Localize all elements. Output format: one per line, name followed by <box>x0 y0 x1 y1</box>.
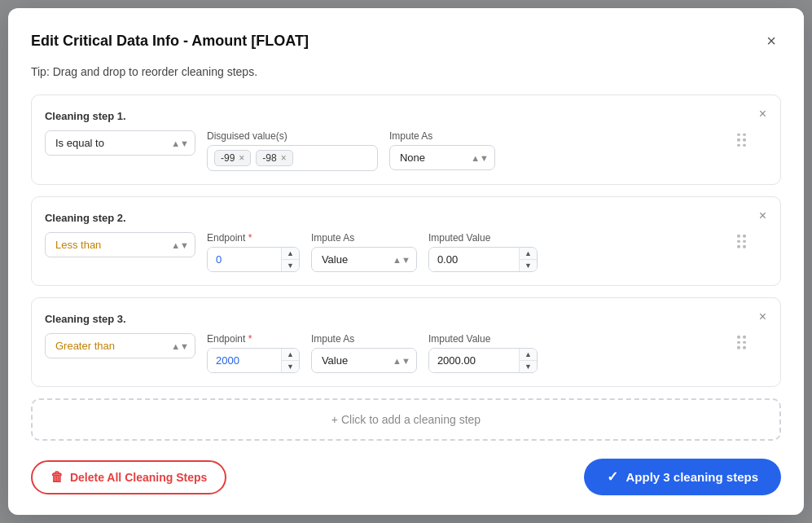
step-2-imputed-spinners: ▲ ▼ <box>519 248 537 271</box>
step-2-impute-label: Impute As <box>311 232 417 244</box>
step-2-endpoint-group: Endpoint * ▲ ▼ <box>207 232 300 272</box>
step-1-impute-select-wrapper: None Mean Median Mode Value ▲▼ <box>389 145 495 170</box>
step-2-fields: Is equal to Less than Greater than Less … <box>45 232 767 272</box>
step-3-endpoint-input-wrapper: ▲ ▼ <box>207 348 300 373</box>
step-2-imputed-value-input[interactable] <box>429 248 519 271</box>
modal-close-button[interactable]: × <box>762 31 781 51</box>
step-2-imputed-value-label: Imputed Value <box>428 232 538 244</box>
step-2-endpoint-spinners: ▲ ▼ <box>281 248 299 271</box>
step-3-imputed-value-input[interactable] <box>429 349 519 372</box>
step-1-fields: Is equal to Less than Greater than Less … <box>45 130 767 171</box>
step-3-endpoint-input[interactable] <box>208 349 281 372</box>
step-2-endpoint-label: Endpoint * <box>207 232 300 244</box>
step-2-impute-group: Impute As None Mean Median Mode Value ▲▼ <box>311 232 417 272</box>
step-1-disguised-label: Disguised value(s) <box>207 130 378 142</box>
step-2-endpoint-down[interactable]: ▼ <box>282 260 299 271</box>
step-3-close-button[interactable]: × <box>755 308 770 326</box>
tag-neg98-remove[interactable]: × <box>281 153 287 163</box>
step-2-endpoint-input-wrapper: ▲ ▼ <box>207 247 300 272</box>
step-3-endpoint-down[interactable]: ▼ <box>282 361 299 372</box>
step-3-fields: Is equal to Less than Greater than Less … <box>45 333 767 373</box>
cleaning-step-card-1: Cleaning step 1. Is equal to Less than G… <box>31 94 781 185</box>
step-3-condition-select-wrapper: Is equal to Less than Greater than Less … <box>45 333 195 358</box>
step-2-label: Cleaning step 2. <box>45 212 767 224</box>
modal-dialog: Edit Critical Data Info - Amount [FLOAT]… <box>8 8 804 515</box>
apply-label: Apply 3 cleaning steps <box>625 470 758 484</box>
modal-header: Edit Critical Data Info - Amount [FLOAT]… <box>31 31 781 51</box>
step-3-imputed-value-wrapper: ▲ ▼ <box>428 348 538 373</box>
checkmark-icon: ✓ <box>607 468 618 486</box>
step-3-endpoint-label: Endpoint * <box>207 333 300 345</box>
step-3-endpoint-up[interactable]: ▲ <box>282 349 299 361</box>
modal-overlay: Edit Critical Data Info - Amount [FLOAT]… <box>0 0 812 523</box>
step-1-label: Cleaning step 1. <box>45 110 767 122</box>
delete-all-button[interactable]: 🗑 Delete All Cleaning Steps <box>31 460 226 494</box>
step-3-imputed-down[interactable]: ▼ <box>520 361 537 372</box>
step-3-imputed-spinners: ▲ ▼ <box>519 349 537 372</box>
tag-neg99: -99 × <box>214 150 251 166</box>
step-1-impute-group: Impute As None Mean Median Mode Value ▲▼ <box>389 130 495 170</box>
add-step-button[interactable]: + Click to add a cleaning step <box>31 398 781 441</box>
tag-neg98: -98 × <box>256 150 292 166</box>
step-1-condition-group: Is equal to Less than Greater than Less … <box>45 130 195 156</box>
step-3-imputed-value-group: Imputed Value ▲ ▼ <box>428 333 538 373</box>
trash-icon: 🗑 <box>50 470 64 485</box>
step-2-imputed-value-group: Imputed Value ▲ ▼ <box>428 232 538 272</box>
delete-all-label: Delete All Cleaning Steps <box>70 471 207 484</box>
step-3-condition-select[interactable]: Is equal to Less than Greater than Less … <box>45 333 195 358</box>
step-2-imputed-up[interactable]: ▲ <box>520 248 537 260</box>
tag-neg99-remove[interactable]: × <box>239 153 244 163</box>
step-3-impute-select[interactable]: None Mean Median Mode Value <box>311 348 417 373</box>
step-1-drag-handle[interactable] <box>734 130 749 150</box>
step-1-disguised-group: Disguised value(s) -99 × -98 × <box>207 130 378 171</box>
tip-text: Tip: Drag and drop to reorder cleaning s… <box>31 65 781 78</box>
step-2-endpoint-up[interactable]: ▲ <box>282 248 299 260</box>
step-1-impute-select[interactable]: None Mean Median Mode Value <box>389 145 495 170</box>
apply-button[interactable]: ✓ Apply 3 cleaning steps <box>584 459 781 495</box>
modal-title: Edit Critical Data Info - Amount [FLOAT] <box>31 33 309 50</box>
step-1-condition-select-wrapper: Is equal to Less than Greater than Less … <box>45 130 195 156</box>
step-1-impute-label: Impute As <box>389 130 495 142</box>
cleaning-step-card-2: Cleaning step 2. Is equal to Less than G… <box>31 196 781 286</box>
step-3-drag-handle[interactable] <box>734 332 749 353</box>
step-3-label: Cleaning step 3. <box>45 313 767 325</box>
step-3-impute-label: Impute As <box>311 333 417 345</box>
step-2-drag-handle[interactable] <box>734 231 749 252</box>
step-1-tags-input[interactable]: -99 × -98 × <box>207 145 378 171</box>
step-2-condition-select[interactable]: Is equal to Less than Greater than Less … <box>45 232 195 257</box>
step-3-impute-group: Impute As None Mean Median Mode Value ▲▼ <box>311 333 417 373</box>
step-3-imputed-value-label: Imputed Value <box>428 333 538 345</box>
step-3-condition-group: Is equal to Less than Greater than Less … <box>45 333 195 358</box>
cleaning-step-card-3: Cleaning step 3. Is equal to Less than G… <box>31 297 781 387</box>
step-2-imputed-value-wrapper: ▲ ▼ <box>428 247 538 272</box>
step-2-condition-group: Is equal to Less than Greater than Less … <box>45 232 195 257</box>
step-3-endpoint-spinners: ▲ ▼ <box>281 349 299 372</box>
step-1-condition-select[interactable]: Is equal to Less than Greater than Less … <box>45 130 195 156</box>
step-1-close-button[interactable]: × <box>755 105 770 123</box>
step-3-impute-select-wrapper: None Mean Median Mode Value ▲▼ <box>311 348 417 373</box>
step-2-imputed-down[interactable]: ▼ <box>520 260 537 271</box>
step-2-impute-select-wrapper: None Mean Median Mode Value ▲▼ <box>311 247 417 272</box>
step-2-impute-select[interactable]: None Mean Median Mode Value <box>311 247 417 272</box>
step-2-condition-select-wrapper: Is equal to Less than Greater than Less … <box>45 232 195 257</box>
step-3-endpoint-group: Endpoint * ▲ ▼ <box>207 333 300 373</box>
step-3-imputed-up[interactable]: ▲ <box>520 349 537 361</box>
step-2-close-button[interactable]: × <box>755 207 770 225</box>
modal-footer: 🗑 Delete All Cleaning Steps ✓ Apply 3 cl… <box>31 459 781 495</box>
step-2-endpoint-input[interactable] <box>208 248 281 271</box>
